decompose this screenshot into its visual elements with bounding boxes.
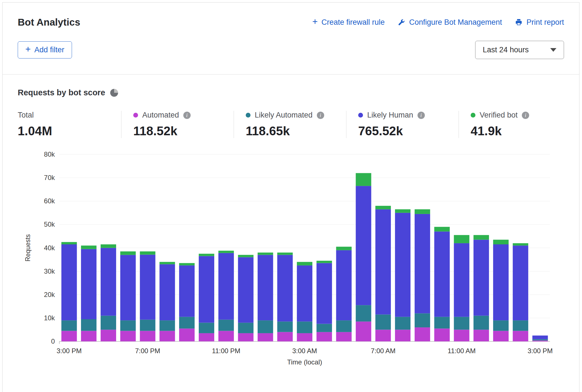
svg-text:Requests: Requests: [24, 234, 31, 262]
header: Bot Analytics Create firewall rule Confi…: [3, 3, 579, 75]
svg-text:11:00 AM: 11:00 AM: [448, 347, 476, 355]
stat-verified-bot: Verified bot 41.9k: [459, 111, 529, 138]
svg-text:50k: 50k: [44, 220, 55, 228]
chevron-down-icon: [550, 48, 556, 52]
svg-text:11:00 PM: 11:00 PM: [212, 347, 240, 355]
svg-text:80k: 80k: [44, 150, 55, 158]
verified-bot-dot-icon: [471, 113, 475, 118]
section-title: Requests by bot score: [18, 88, 105, 97]
plus-icon: [312, 18, 318, 27]
svg-text:60k: 60k: [44, 197, 55, 205]
time-range-value: Last 24 hours: [483, 46, 529, 54]
configure-bot-management-link[interactable]: Configure Bot Management: [398, 18, 502, 27]
title-row: Bot Analytics Create firewall rule Confi…: [18, 17, 564, 28]
printer-icon: [515, 18, 523, 26]
header-actions: Create firewall rule Configure Bot Manag…: [312, 18, 564, 27]
create-firewall-rule-link[interactable]: Create firewall rule: [312, 18, 385, 27]
stat-label: Total: [18, 111, 34, 120]
action-label: Print report: [526, 18, 564, 27]
svg-text:3:00 AM: 3:00 AM: [292, 347, 317, 355]
stats-row: Total 1.04M Automated 118.52k Likely Aut…: [18, 111, 564, 138]
pie-chart-icon: [110, 89, 118, 97]
info-icon[interactable]: [522, 112, 529, 119]
svg-text:7:00 AM: 7:00 AM: [371, 347, 396, 355]
svg-text:70k: 70k: [44, 174, 55, 181]
stat-label: Likely Automated: [255, 111, 313, 120]
svg-text:20k: 20k: [44, 291, 55, 298]
action-label: Configure Bot Management: [409, 18, 502, 27]
page-title: Bot Analytics: [18, 17, 80, 28]
svg-text:7:00 PM: 7:00 PM: [135, 347, 160, 355]
svg-text:Time (local): Time (local): [287, 358, 322, 366]
wrench-icon: [398, 18, 405, 26]
time-range-dropdown[interactable]: Last 24 hours: [475, 41, 564, 59]
stat-value: 1.04M: [18, 124, 121, 138]
stat-value: 118.52k: [133, 124, 234, 138]
stat-total: Total 1.04M: [18, 111, 121, 138]
svg-text:3:00 PM: 3:00 PM: [527, 347, 552, 355]
info-icon[interactable]: [418, 112, 425, 119]
svg-text:10k: 10k: [44, 314, 55, 322]
svg-text:40k: 40k: [44, 244, 55, 252]
stat-value: 41.9k: [471, 124, 529, 138]
requests-by-bot-score-section: Requests by bot score Total 1.04M Automa…: [3, 75, 579, 368]
info-icon[interactable]: [183, 112, 191, 119]
stat-likely-automated: Likely Automated 118.65k: [234, 111, 346, 138]
stat-automated: Automated 118.52k: [121, 111, 234, 138]
print-report-link[interactable]: Print report: [515, 18, 564, 27]
info-icon[interactable]: [317, 112, 324, 119]
stat-likely-human: Likely Human 765.52k: [346, 111, 459, 138]
stacked-bar-chart: 010k20k30k40k50k60k70k80k3:00 PM7:00 PM1…: [18, 149, 556, 368]
add-filter-label: Add filter: [34, 46, 64, 54]
svg-text:0: 0: [51, 337, 55, 345]
stat-value: 765.52k: [358, 124, 459, 138]
automated-dot-icon: [133, 113, 138, 118]
stat-label: Verified bot: [480, 111, 518, 120]
add-filter-button[interactable]: Add filter: [18, 41, 72, 58]
requests-chart: 010k20k30k40k50k60k70k80k3:00 PM7:00 PM1…: [18, 149, 564, 368]
stat-label: Likely Human: [367, 111, 413, 120]
likely-human-dot-icon: [358, 113, 363, 118]
bot-analytics-card: Bot Analytics Create firewall rule Confi…: [2, 2, 579, 392]
section-title-row: Requests by bot score: [18, 88, 564, 97]
stat-value: 118.65k: [246, 124, 346, 138]
svg-text:3:00 PM: 3:00 PM: [57, 347, 82, 355]
svg-text:30k: 30k: [44, 267, 55, 275]
action-label: Create firewall rule: [321, 18, 385, 27]
stat-label: Automated: [142, 111, 179, 120]
plus-icon: [25, 46, 31, 54]
filter-row: Add filter Last 24 hours: [18, 41, 564, 59]
likely-automated-dot-icon: [246, 113, 251, 118]
